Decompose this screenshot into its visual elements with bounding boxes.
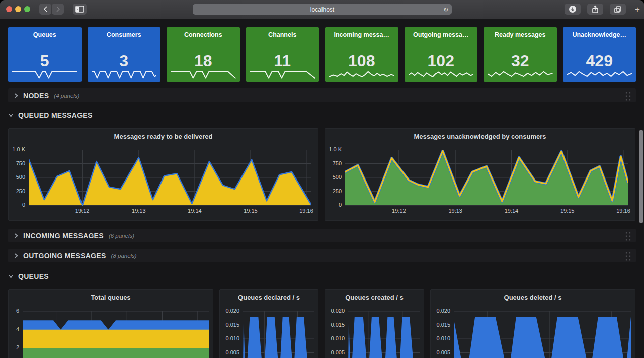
grafana-dashboard: Queues 5 Consumers 3 Connections 18 Chan… (0, 19, 644, 358)
time-series-chart: 0.0200.0150.0100.005 (431, 290, 635, 358)
y-axis-label: 0.010 (325, 335, 345, 341)
time-series-chart: 0.0200.0150.0100.005 (220, 290, 318, 358)
x-axis-label: 19:15 (239, 208, 262, 214)
drag-handle[interactable] (624, 250, 631, 261)
row-outgoing-messages[interactable]: OUTGOING MESSAGES (8 panels) (8, 249, 636, 262)
stat-panel-channels[interactable]: Channels 11 (246, 27, 319, 82)
forward-button[interactable] (52, 4, 64, 15)
y-axis-label: 0.020 (220, 308, 239, 314)
reload-icon[interactable]: ↻ (443, 6, 448, 13)
stat-title: Channels (246, 31, 319, 38)
row-panel-count: (6 panels) (109, 233, 134, 239)
row-panel-count: (4 panels) (54, 93, 79, 99)
y-axis-label: 1.0 K (9, 146, 25, 152)
stat-title: Queues (8, 31, 82, 38)
stat-title: Ready messages (484, 31, 557, 38)
x-axis-label: 19:13 (128, 208, 150, 214)
row-title: OUTGOING MESSAGES (23, 252, 106, 260)
address-bar[interactable]: localhost ↻ (193, 4, 452, 15)
y-axis-label: 0 (9, 202, 25, 208)
stat-panel-queues[interactable]: Queues 5 (8, 27, 82, 82)
back-button[interactable] (39, 4, 51, 15)
stat-panel-outgoing-messages[interactable]: Outgoing messa… 102 (405, 27, 478, 82)
time-series-chart: 1.0 K750500250019:1219:1319:1419:1519:16 (9, 129, 318, 220)
y-axis-label: 0.015 (431, 322, 450, 328)
time-series-chart: 642 (9, 290, 213, 358)
x-axis-label: 19:14 (184, 208, 206, 214)
zoom-window-button[interactable] (24, 6, 30, 12)
share-button[interactable] (587, 4, 603, 15)
row-nodes[interactable]: NODES (4 panels) (8, 88, 636, 102)
stat-panel-connections[interactable]: Connections 18 (167, 27, 240, 82)
row-title: INCOMING MESSAGES (23, 232, 104, 240)
panel-messages-ready: Messages ready to be delivered 1.0 K7505… (8, 128, 318, 221)
section-queued-messages[interactable]: QUEUED MESSAGES (8, 110, 93, 121)
url-text: localhost (310, 6, 334, 13)
y-axis-label: 0.010 (220, 335, 239, 341)
y-axis-label: 4 (9, 326, 19, 332)
sparkline (92, 68, 157, 79)
y-axis-label: 750 (9, 160, 25, 166)
stat-panel-unacknowledged[interactable]: Unacknowledge… 429 (563, 27, 636, 82)
plot-area (29, 150, 311, 206)
plot-area (243, 311, 314, 358)
y-axis-label: 6 (9, 308, 19, 314)
drag-handle[interactable] (624, 230, 631, 241)
y-axis-label: 500 (9, 174, 25, 180)
y-axis-label: 0.020 (431, 308, 450, 314)
section-title: QUEUES (18, 272, 49, 280)
chevron-right-icon (13, 233, 19, 239)
browser-window: localhost ↻ + Queues (0, 0, 644, 358)
share-icon (591, 5, 599, 14)
section-queues[interactable]: QUEUES (8, 271, 49, 282)
chevron-right-icon (13, 253, 19, 259)
x-axis-label: 19:13 (444, 208, 466, 214)
x-axis-label: 19:12 (388, 208, 410, 214)
section-title: QUEUED MESSAGES (18, 111, 93, 119)
row-incoming-messages[interactable]: INCOMING MESSAGES (6 panels) (8, 229, 636, 242)
stat-title: Connections (167, 31, 240, 38)
stat-title: Outgoing messa… (405, 31, 478, 38)
sparkline (329, 68, 394, 79)
tab-overview-button[interactable] (610, 4, 626, 15)
chevron-left-icon (44, 7, 47, 12)
download-icon (569, 5, 577, 13)
stat-panel-ready-messages[interactable]: Ready messages 32 (484, 27, 557, 82)
row-title: NODES (23, 92, 49, 100)
plot-area (348, 311, 420, 358)
drag-handle[interactable] (624, 90, 631, 101)
sidebar-icon (75, 6, 84, 13)
sidebar-toggle-button[interactable] (73, 4, 87, 15)
chevron-down-icon (8, 273, 14, 279)
time-series-chart: 0.0200.0150.0100.005 (325, 290, 424, 358)
y-axis-label: 0.020 (325, 308, 345, 314)
y-axis-label: 250 (325, 188, 342, 194)
stat-title: Consumers (88, 31, 161, 38)
chevron-right-icon (13, 93, 19, 99)
plot-area (454, 311, 631, 358)
sparkline (12, 68, 77, 79)
y-axis-label: 0.005 (431, 349, 450, 355)
y-axis-label: 250 (9, 188, 25, 194)
time-series-chart: 1.0 K750500250019:1219:1319:1419:1519:16 (325, 129, 635, 220)
y-axis-label: 0.010 (431, 335, 450, 341)
downloads-button[interactable] (565, 4, 581, 15)
new-tab-button[interactable]: + (632, 4, 643, 16)
plot-area (23, 311, 209, 358)
stat-panel-consumers[interactable]: Consumers 3 (88, 27, 161, 82)
chevron-right-icon (57, 7, 59, 12)
scrollbar-thumb[interactable] (639, 130, 643, 223)
x-axis-label: 19:15 (556, 208, 579, 214)
stat-panel-incoming-messages[interactable]: Incoming messa… 108 (325, 27, 398, 82)
sparkline (567, 68, 632, 79)
y-axis-label: 500 (325, 174, 342, 180)
stat-title: Unacknowledge… (563, 31, 636, 38)
close-window-button[interactable] (6, 6, 12, 12)
sparkline (250, 68, 315, 79)
browser-toolbar: localhost ↻ + (0, 0, 644, 19)
x-axis-label: 19:12 (71, 208, 94, 214)
stat-row: Queues 5 Consumers 3 Connections 18 Chan… (8, 27, 636, 82)
plot-area (345, 150, 628, 206)
minimize-window-button[interactable] (15, 6, 21, 12)
stat-title: Incoming messa… (325, 31, 398, 38)
